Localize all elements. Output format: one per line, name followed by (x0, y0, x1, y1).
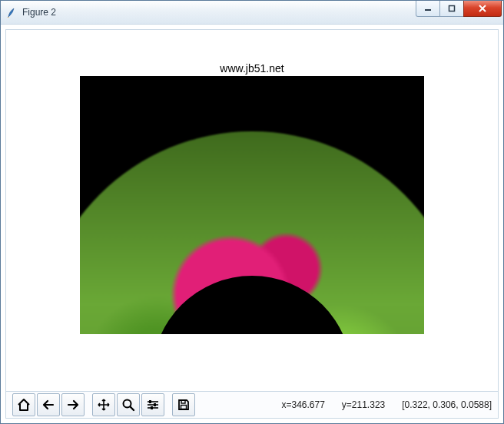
home-icon (17, 398, 31, 412)
status-readout: x=346.677 y=211.323 [0.322, 0.306, 0.058… (281, 399, 492, 410)
svg-rect-9 (151, 406, 153, 409)
svg-rect-1 (449, 6, 455, 12)
save-group (172, 393, 197, 416)
sliders-icon (146, 398, 160, 412)
home-button[interactable] (12, 393, 35, 416)
plot-image (80, 76, 424, 334)
save-icon (177, 398, 191, 412)
plot-title: www.jb51.net (6, 62, 498, 75)
close-button[interactable] (463, 1, 502, 17)
zoom-button[interactable] (117, 393, 140, 416)
figure-canvas[interactable]: www.jb51.net (6, 30, 498, 391)
svg-rect-11 (181, 406, 187, 409)
cursor-x: x=346.677 (281, 399, 324, 410)
zoom-icon (121, 398, 135, 412)
pan-button[interactable] (92, 393, 115, 416)
maximize-button[interactable] (439, 1, 464, 17)
arrow-left-icon (41, 398, 55, 412)
svg-rect-5 (149, 400, 151, 403)
tools-group (92, 393, 166, 416)
svg-rect-7 (154, 403, 156, 406)
nav-toolbar: x=346.677 y=211.323 [0.322, 0.306, 0.058… (6, 391, 498, 418)
nav-group (12, 393, 86, 416)
configure-button[interactable] (141, 393, 164, 416)
cursor-y: y=211.323 (342, 399, 385, 410)
app-icon (5, 6, 18, 18)
titlebar[interactable]: Figure 2 (1, 1, 503, 25)
pixel-rgb: [0.322, 0.306, 0.0588] (402, 399, 492, 410)
forward-button[interactable] (61, 393, 85, 416)
back-button[interactable] (37, 393, 60, 416)
save-button[interactable] (172, 393, 195, 416)
window-title: Figure 2 (22, 7, 416, 18)
move-icon (97, 398, 111, 412)
window-controls (416, 1, 502, 16)
client-area: www.jb51.net (5, 29, 499, 419)
svg-rect-10 (181, 400, 185, 403)
figure-window: Figure 2 www.jb51.net (0, 0, 504, 424)
minimize-button[interactable] (416, 1, 440, 17)
arrow-right-icon (66, 398, 80, 412)
svg-line-3 (131, 407, 134, 411)
